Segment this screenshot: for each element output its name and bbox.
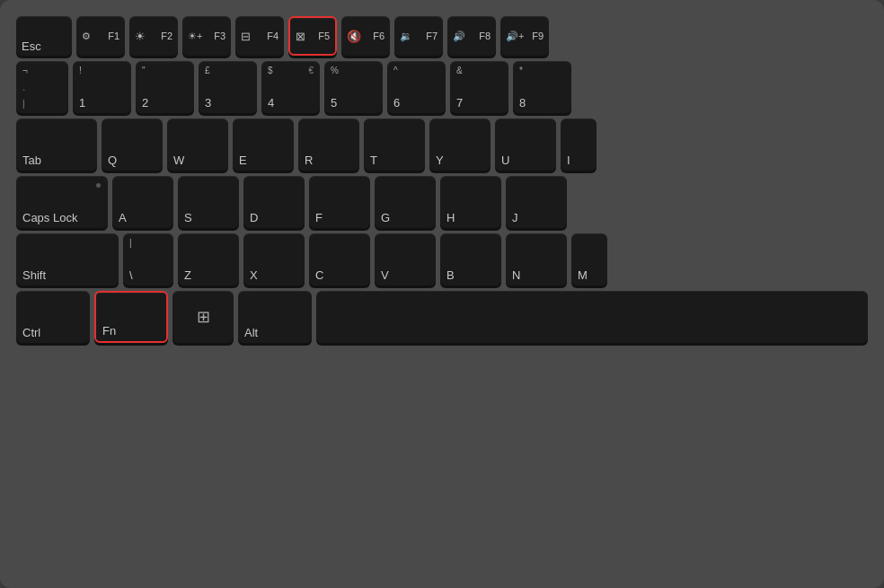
key-8[interactable]: * 8 (513, 61, 571, 113)
key-e[interactable]: E (233, 118, 294, 171)
key-d[interactable]: D (243, 176, 305, 228)
key-g[interactable]: G (375, 176, 436, 228)
key-f4[interactable]: ⊟ F4 (235, 16, 284, 56)
key-fn[interactable]: Fn (94, 291, 168, 343)
fn-row: Esc ⚙ F1 ☀ F2 ☀+ F3 ⊟ F4 ⊠ F5 🔇 F6 🔉 F7 (16, 16, 868, 56)
key-f7[interactable]: 🔉 F7 (394, 16, 443, 56)
key-f6[interactable]: 🔇 F6 (341, 16, 390, 56)
key-1[interactable]: ! 1 (73, 61, 131, 113)
key-s[interactable]: S (178, 176, 239, 228)
key-3[interactable]: £ 3 (199, 61, 257, 113)
keyboard: Esc ⚙ F1 ☀ F2 ☀+ F3 ⊟ F4 ⊠ F5 🔇 F6 🔉 F7 (0, 0, 884, 588)
key-t[interactable]: T (364, 118, 425, 171)
key-backtick[interactable]: ¬ ` | (16, 61, 68, 113)
key-f8[interactable]: 🔊 F8 (447, 16, 496, 56)
key-b[interactable]: B (440, 233, 501, 285)
asdf-row: Caps Lock A S D F G H J (16, 176, 868, 228)
key-alt[interactable]: Alt (238, 291, 312, 343)
key-i-partial[interactable]: I (561, 118, 597, 171)
key-7[interactable]: & 7 (450, 61, 508, 113)
key-h[interactable]: H (440, 176, 501, 228)
key-f9[interactable]: 🔊+ F9 (500, 16, 549, 56)
key-4[interactable]: $ € 4 (261, 61, 320, 113)
key-y[interactable]: Y (429, 118, 491, 171)
key-shift-left[interactable]: Shift (16, 233, 119, 285)
key-n[interactable]: N (506, 233, 567, 285)
key-q[interactable]: Q (102, 118, 163, 171)
key-j[interactable]: J (506, 176, 567, 228)
key-2[interactable]: " 2 (136, 61, 194, 113)
key-u[interactable]: U (495, 118, 556, 171)
num-row: ¬ ` | ! 1 " 2 £ 3 $ € 4 % 5 ^ 6 (16, 61, 868, 113)
qwerty-row: Tab Q W E R T Y U I (16, 118, 868, 171)
bottom-row: Ctrl Fn ⊞ Alt (16, 291, 868, 343)
key-r[interactable]: R (298, 118, 359, 171)
key-6[interactable]: ^ 6 (387, 61, 446, 113)
key-f2[interactable]: ☀ F2 (129, 16, 178, 56)
key-z[interactable]: Z (178, 233, 239, 285)
key-win[interactable]: ⊞ (172, 291, 234, 343)
key-esc[interactable]: Esc (16, 16, 72, 56)
key-a[interactable]: A (112, 176, 173, 228)
key-c[interactable]: C (309, 233, 370, 285)
key-m-partial[interactable]: M (571, 233, 607, 285)
key-ctrl[interactable]: Ctrl (16, 291, 90, 343)
key-f5[interactable]: ⊠ F5 (288, 16, 337, 56)
key-pipe[interactable]: | \ (123, 233, 173, 285)
key-capslock[interactable]: Caps Lock (16, 176, 108, 228)
capslock-indicator (96, 183, 101, 188)
windows-icon: ⊞ (197, 307, 210, 327)
key-w[interactable]: W (167, 118, 228, 171)
key-space[interactable] (316, 291, 868, 343)
shift-row: Shift | \ Z X C V B N M (16, 233, 868, 285)
key-f[interactable]: F (309, 176, 370, 228)
key-5[interactable]: % 5 (324, 61, 383, 113)
key-x[interactable]: X (243, 233, 305, 285)
key-f1[interactable]: ⚙ F1 (76, 16, 125, 56)
key-v[interactable]: V (375, 233, 436, 285)
key-f3[interactable]: ☀+ F3 (182, 16, 231, 56)
key-tab[interactable]: Tab (16, 118, 97, 171)
